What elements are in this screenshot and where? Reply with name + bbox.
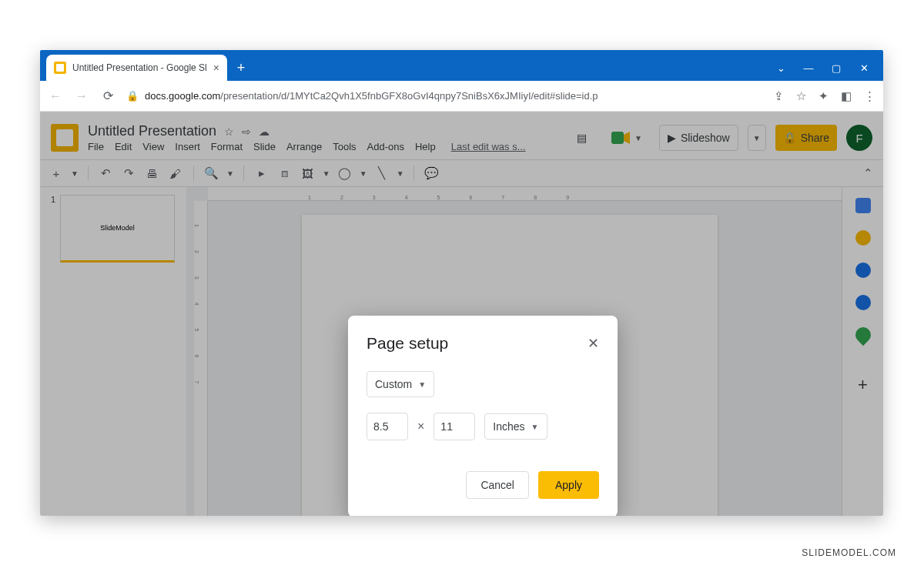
unit-value: Inches	[493, 420, 524, 433]
slide-thumbnail[interactable]: 1 SlideModel	[51, 195, 175, 261]
extensions-icon[interactable]: ✦	[819, 89, 829, 103]
browser-window: Untitled Presentation - Google Sl × + ⌄ …	[40, 50, 883, 516]
move-icon[interactable]: ⇨	[242, 125, 251, 138]
star-icon[interactable]: ☆	[224, 125, 234, 138]
image-tool[interactable]: 🖼	[300, 165, 316, 182]
add-addon-icon[interactable]: +	[858, 375, 868, 395]
filmstrip[interactable]: 1 SlideModel	[40, 187, 186, 516]
line-tool[interactable]: ╲	[373, 165, 390, 182]
watermark: SLIDEMODEL.COM	[802, 547, 896, 558]
lock-icon: 🔒	[783, 132, 796, 144]
slide-number: 1	[51, 195, 55, 261]
menu-addons[interactable]: Add-ons	[367, 141, 404, 152]
cancel-button[interactable]: Cancel	[466, 471, 529, 499]
address-bar[interactable]: 🔒 docs.google.com/presentation/d/1MYtCa2…	[126, 90, 763, 102]
svg-rect-0	[611, 132, 624, 144]
menu-insert[interactable]: Insert	[175, 141, 200, 152]
print-button[interactable]: 🖶	[144, 165, 161, 182]
comment-tool[interactable]: 💬	[424, 165, 440, 182]
sidepanel-icon[interactable]: ◧	[841, 89, 852, 103]
menu-slide[interactable]: Slide	[253, 141, 276, 152]
account-avatar[interactable]: F	[846, 125, 872, 151]
tab-close-icon[interactable]: ×	[213, 62, 219, 74]
new-tab-button[interactable]: +	[230, 57, 252, 79]
new-slide-button[interactable]: +	[48, 165, 65, 182]
bookmark-icon[interactable]: ☆	[796, 89, 806, 103]
menu-edit[interactable]: Edit	[115, 141, 132, 152]
width-input[interactable]	[367, 413, 408, 440]
size-preset-select[interactable]: Custom ▼	[367, 371, 434, 397]
menu-file[interactable]: File	[88, 141, 104, 152]
paint-format-button[interactable]: 🖌	[167, 165, 184, 182]
titlebar: Untitled Presentation - Google Sl × + ⌄ …	[40, 50, 883, 81]
size-preset-value: Custom	[375, 378, 412, 390]
horizontal-ruler: 123456789	[208, 187, 842, 201]
collapse-toolbar-icon[interactable]: ⌃	[860, 165, 875, 182]
share-label: Share	[801, 132, 829, 144]
url-path: /presentation/d/1MYtCa2Qvh1X5fnbGFX8oGvI…	[220, 90, 598, 102]
reload-button[interactable]: ⟳	[100, 89, 116, 104]
tasks-icon[interactable]	[855, 263, 871, 278]
menu-bar: File Edit View Insert Format Slide Arran…	[88, 141, 560, 152]
slides-favicon-icon	[54, 62, 66, 74]
caret-down-icon: ▼	[418, 380, 426, 389]
dialog-close-icon[interactable]: ✕	[588, 335, 599, 352]
close-icon[interactable]: ✕	[859, 62, 869, 73]
play-icon: ▶	[668, 132, 676, 144]
menu-view[interactable]: View	[142, 141, 164, 152]
menu-arrange[interactable]: Arrange	[286, 141, 322, 152]
slideshow-label: Slideshow	[681, 132, 730, 144]
new-slide-dropdown[interactable]: ▼	[71, 169, 79, 178]
toolbar: + ▼ ↶ ↷ 🖶 🖌 🔍 ▼ ▸ ⧈ 🖼 ▼ ◯ ▼ ╲ ▼ 💬 ⌃	[40, 159, 883, 187]
textbox-tool[interactable]: ⧈	[276, 165, 293, 182]
unit-select[interactable]: Inches ▼	[484, 413, 547, 440]
menu-tools[interactable]: Tools	[333, 141, 356, 152]
select-tool[interactable]: ▸	[253, 165, 270, 182]
shape-tool[interactable]: ◯	[336, 165, 353, 182]
cloud-icon[interactable]: ☁	[259, 125, 270, 138]
keep-icon[interactable]	[855, 230, 871, 246]
side-panel: +	[842, 187, 883, 516]
slideshow-dropdown[interactable]: ▼	[748, 125, 766, 151]
redo-button[interactable]: ↷	[121, 165, 138, 182]
height-input[interactable]	[434, 413, 475, 440]
page-setup-dialog: Page setup ✕ Custom ▼ × Inches ▼ Cancel …	[348, 316, 618, 516]
chevron-down-icon[interactable]: ⌄	[775, 62, 786, 73]
apply-button[interactable]: Apply	[538, 471, 599, 499]
dialog-title: Page setup	[367, 334, 448, 353]
share-button[interactable]: 🔒 Share	[775, 125, 837, 151]
slideshow-button[interactable]: ▶ Slideshow	[659, 125, 738, 151]
url-bar: ← → ⟳ 🔒 docs.google.com/presentation/d/1…	[40, 81, 883, 112]
tab-title: Untitled Presentation - Google Sl	[72, 62, 207, 73]
menu-format[interactable]: Format	[211, 141, 243, 152]
menu-help[interactable]: Help	[415, 141, 436, 152]
share-page-icon[interactable]: ⇪	[774, 89, 784, 103]
maps-icon[interactable]	[852, 324, 873, 346]
comments-button[interactable]: ▤	[569, 125, 594, 151]
lock-icon: 🔒	[126, 90, 139, 102]
slides-app: Untitled Presentation ☆ ⇨ ☁ File Edit Vi…	[40, 112, 883, 516]
document-title[interactable]: Untitled Presentation	[88, 123, 216, 139]
slides-logo-icon	[51, 124, 79, 152]
contacts-icon[interactable]	[855, 295, 871, 310]
app-header: Untitled Presentation ☆ ⇨ ☁ File Edit Vi…	[40, 112, 883, 159]
caret-down-icon: ▼	[531, 423, 539, 431]
undo-button[interactable]: ↶	[98, 165, 115, 182]
back-button[interactable]: ←	[48, 89, 63, 104]
calendar-icon[interactable]	[855, 198, 871, 213]
browser-tab[interactable]: Untitled Presentation - Google Sl ×	[46, 55, 227, 81]
maximize-icon[interactable]: ▢	[831, 62, 842, 73]
url-host: docs.google.com	[145, 90, 220, 102]
forward-button[interactable]: →	[74, 89, 89, 104]
window-controls: ⌄ — ▢ ✕	[775, 62, 883, 81]
vertical-ruler: 1234567	[194, 201, 208, 516]
last-edit-link[interactable]: Last edit was s...	[451, 141, 526, 152]
kebab-menu-icon[interactable]: ⋮	[864, 89, 875, 103]
minimize-icon[interactable]: —	[803, 62, 814, 73]
zoom-button[interactable]: 🔍	[203, 165, 220, 182]
multiply-icon: ×	[417, 420, 424, 433]
meet-button[interactable]: ▼	[604, 125, 650, 151]
